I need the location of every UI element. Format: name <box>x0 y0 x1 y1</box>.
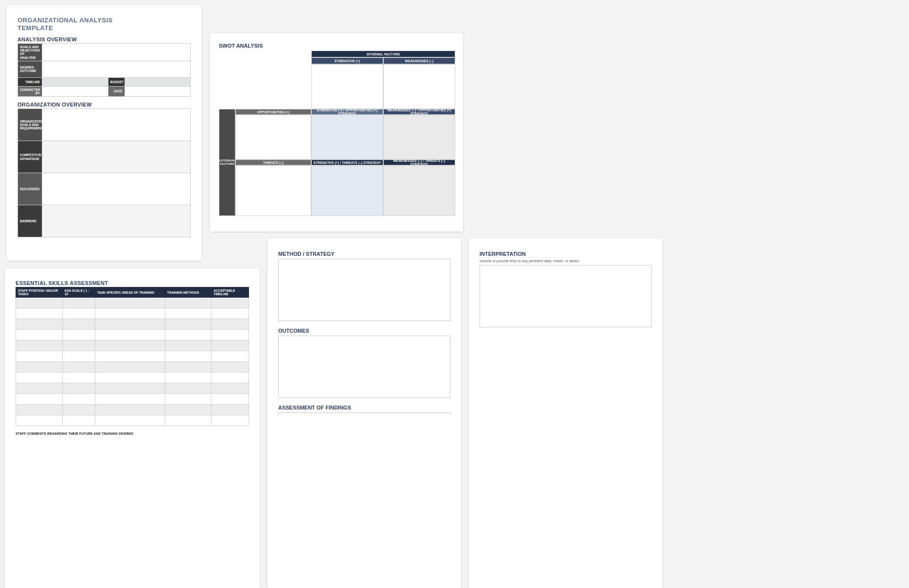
table-cell[interactable] <box>212 405 249 415</box>
table-cell[interactable] <box>212 373 249 383</box>
table-cell[interactable] <box>62 340 95 351</box>
table-cell[interactable] <box>62 415 95 426</box>
table-cell[interactable] <box>16 298 63 308</box>
table-cell[interactable] <box>165 330 212 340</box>
table-cell[interactable] <box>95 394 165 405</box>
table-cell[interactable] <box>95 405 165 415</box>
table-cell[interactable] <box>165 362 212 373</box>
field-advantage[interactable] <box>42 141 191 173</box>
field-st-strategy[interactable] <box>311 165 383 216</box>
label-successes: SUCCESSES <box>18 173 42 205</box>
table-cell[interactable] <box>212 308 249 319</box>
table-cell[interactable] <box>62 405 95 415</box>
table-cell[interactable] <box>95 415 165 426</box>
field-threats[interactable] <box>235 165 311 216</box>
table-cell[interactable] <box>16 394 63 405</box>
field-wo-strategy[interactable] <box>383 115 455 160</box>
field-method[interactable] <box>278 259 450 321</box>
field-weaknesses[interactable] <box>383 64 455 109</box>
table-cell[interactable] <box>16 351 63 362</box>
header-strengths: STRENGTHS (+) <box>311 57 383 64</box>
table-cell[interactable] <box>62 394 95 405</box>
label-budget: BUDGET <box>108 77 125 86</box>
table-cell[interactable] <box>165 394 212 405</box>
table-cell[interactable] <box>62 373 95 383</box>
label-timeline: TIMELINE <box>18 77 42 86</box>
table-cell[interactable] <box>16 362 63 373</box>
table-row <box>16 362 249 373</box>
table-cell[interactable] <box>95 308 165 319</box>
table-cell[interactable] <box>16 330 63 340</box>
table-cell[interactable] <box>62 383 95 394</box>
table-cell[interactable] <box>62 308 95 319</box>
table-cell[interactable] <box>165 340 212 351</box>
table-cell[interactable] <box>165 319 212 330</box>
table-cell[interactable] <box>212 298 249 308</box>
field-barriers[interactable] <box>42 205 191 237</box>
table-cell[interactable] <box>16 340 63 351</box>
table-cell[interactable] <box>95 319 165 330</box>
table-cell[interactable] <box>212 340 249 351</box>
field-wt-strategy[interactable] <box>383 165 455 216</box>
label-org-goals: ORGANIZATION GOALS AND REQUIREMENTS <box>18 109 42 141</box>
header-weaknesses: WEAKNESSES (–) <box>383 57 455 64</box>
field-budget[interactable] <box>125 77 191 86</box>
field-so-strategy[interactable] <box>311 115 383 160</box>
field-org-goals[interactable] <box>42 109 191 141</box>
field-timeline[interactable] <box>42 77 108 86</box>
method-heading: METHOD / STRATEGY <box>278 251 450 257</box>
table-cell[interactable] <box>62 298 95 308</box>
table-cell[interactable] <box>165 415 212 426</box>
table-cell[interactable] <box>95 298 165 308</box>
field-findings[interactable] <box>278 412 450 415</box>
skills-table: STAFF POSITION / MAJOR TASKS KSA SCALE |… <box>16 287 249 426</box>
table-cell[interactable] <box>16 405 63 415</box>
table-row <box>16 415 249 426</box>
table-cell[interactable] <box>62 362 95 373</box>
table-row <box>16 373 249 383</box>
field-conducted[interactable] <box>42 86 108 96</box>
field-goals[interactable] <box>42 44 191 61</box>
table-cell[interactable] <box>16 373 63 383</box>
table-cell[interactable] <box>62 330 95 340</box>
table-cell[interactable] <box>212 362 249 373</box>
field-interpretation[interactable] <box>480 265 652 327</box>
table-cell[interactable] <box>95 362 165 373</box>
table-cell[interactable] <box>95 351 165 362</box>
table-cell[interactable] <box>62 351 95 362</box>
table-cell[interactable] <box>16 308 63 319</box>
col-training-methods: TRAINING METHODS <box>165 287 212 298</box>
label-barriers: BARRIERS <box>18 205 42 237</box>
table-cell[interactable] <box>95 383 165 394</box>
field-successes[interactable] <box>42 173 191 205</box>
field-opportunities[interactable] <box>235 115 311 160</box>
table-cell[interactable] <box>165 373 212 383</box>
table-cell[interactable] <box>212 415 249 426</box>
field-outcomes[interactable] <box>278 336 450 398</box>
table-cell[interactable] <box>212 383 249 394</box>
table-cell[interactable] <box>212 330 249 340</box>
table-cell[interactable] <box>165 405 212 415</box>
field-date[interactable] <box>125 86 191 96</box>
table-cell[interactable] <box>212 319 249 330</box>
table-cell[interactable] <box>165 351 212 362</box>
table-cell[interactable] <box>16 319 63 330</box>
table-cell[interactable] <box>165 383 212 394</box>
table-cell[interactable] <box>62 319 95 330</box>
label-desired: DESIRED OUTCOME <box>18 61 42 77</box>
table-cell[interactable] <box>95 373 165 383</box>
table-cell[interactable] <box>212 394 249 405</box>
table-row <box>16 340 249 351</box>
table-cell[interactable] <box>212 351 249 362</box>
header-external-factors: EXTERNAL FACTORS <box>219 109 235 216</box>
field-strengths[interactable] <box>311 64 383 109</box>
table-cell[interactable] <box>165 298 212 308</box>
table-cell[interactable] <box>16 383 63 394</box>
table-cell[interactable] <box>165 308 212 319</box>
label-advantage: COMPETITIVE ADVANTAGE <box>18 141 42 173</box>
field-desired[interactable] <box>42 61 191 77</box>
table-cell[interactable] <box>95 340 165 351</box>
table-cell[interactable] <box>16 415 63 426</box>
col-timeline: ACCEPTABLE TIMELINE <box>212 287 249 298</box>
table-cell[interactable] <box>95 330 165 340</box>
